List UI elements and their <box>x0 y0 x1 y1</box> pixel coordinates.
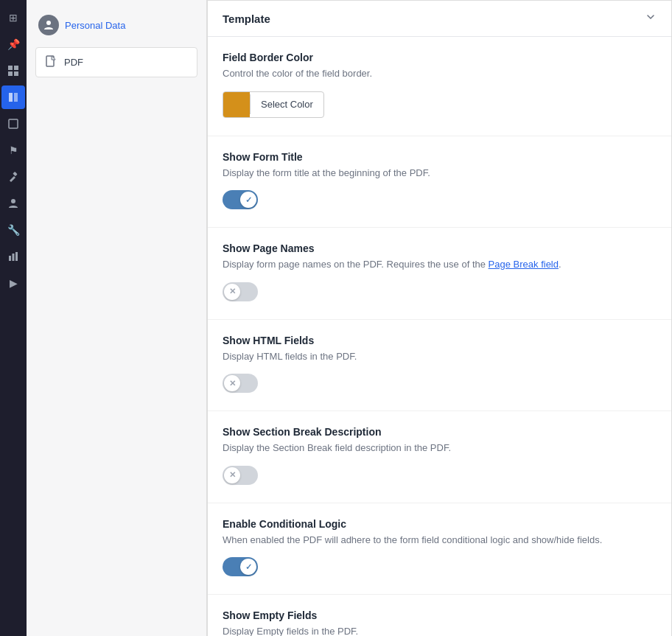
wrench-icon[interactable]: 🔧 <box>1 218 25 242</box>
chevron-down-icon <box>645 11 657 26</box>
svg-rect-7 <box>13 172 17 176</box>
show-html-fields-desc: Display HTML fields in the PDF. <box>223 349 657 364</box>
toggle-check-icon: ✓ <box>245 195 252 205</box>
show-form-title-label: Show Form Title <box>223 151 657 163</box>
template-panel: Template Field Border Color Control the … <box>207 0 672 636</box>
field-border-color-desc: Control the color of the field border. <box>223 66 657 81</box>
svg-rect-3 <box>14 71 18 76</box>
select-color-label: Select Color <box>250 94 323 114</box>
page-break-field-link[interactable]: Page Break field <box>489 259 559 270</box>
toggle-x-icon: ✕ <box>229 379 236 388</box>
pdf-label: PDF <box>64 57 83 68</box>
show-section-break-label: Show Section Break Description <box>223 426 657 438</box>
show-html-fields-section: Show HTML Fields Display HTML fields in … <box>208 320 671 412</box>
enable-conditional-logic-desc: When enabled the PDF will adhere to the … <box>223 533 657 548</box>
show-page-names-section: Show Page Names Display form page names … <box>208 228 671 320</box>
icon-bar: ⊞ 📌 ⚑ 🔧 ▶ <box>0 0 27 636</box>
show-page-names-desc: Display form page names on the PDF. Requ… <box>223 257 657 272</box>
user-icon[interactable] <box>1 192 25 215</box>
field-border-color-label: Field Border Color <box>223 52 657 63</box>
svg-rect-0 <box>8 66 13 70</box>
color-swatch <box>223 92 250 117</box>
play-icon[interactable]: ▶ <box>1 271 25 295</box>
show-section-break-section: Show Section Break Description Display t… <box>208 411 671 503</box>
enable-conditional-logic-section: Enable Conditional Logic When enabled th… <box>208 503 671 595</box>
show-page-names-label: Show Page Names <box>223 242 657 254</box>
field-border-color-section: Field Border Color Control the color of … <box>208 37 671 136</box>
forms-icon[interactable] <box>1 85 25 109</box>
enable-conditional-logic-label: Enable Conditional Logic <box>223 518 657 530</box>
svg-rect-5 <box>14 93 18 102</box>
toggle-x-icon: ✕ <box>229 287 236 296</box>
svg-rect-10 <box>13 254 15 261</box>
sidebar-personal-data-link[interactable]: Personal Data <box>65 20 125 31</box>
color-picker-button[interactable]: Select Color <box>223 91 324 118</box>
show-form-title-desc: Display the form title at the beginning … <box>223 166 657 181</box>
svg-rect-9 <box>9 256 11 261</box>
template-header[interactable]: Template <box>208 1 671 37</box>
pages-icon[interactable] <box>1 112 25 136</box>
flag-icon[interactable]: ⚑ <box>1 139 25 162</box>
chart-icon[interactable] <box>1 245 25 268</box>
show-html-fields-toggle[interactable]: ✕ <box>223 374 258 393</box>
show-form-title-toggle[interactable]: ✓ <box>223 190 258 209</box>
show-section-break-desc: Display the Section Break field descript… <box>223 441 657 455</box>
hammer-icon[interactable] <box>1 165 25 189</box>
show-empty-fields-label: Show Empty Fields <box>223 609 657 621</box>
toggle-x-icon: ✕ <box>229 470 236 480</box>
main-content: Template Field Border Color Control the … <box>207 0 672 636</box>
svg-rect-11 <box>15 252 18 261</box>
show-form-title-section: Show Form Title Display the form title a… <box>208 136 671 228</box>
dashboard-icon[interactable]: ⊞ <box>1 6 25 29</box>
show-section-break-toggle[interactable]: ✕ <box>223 466 258 485</box>
avatar <box>38 15 59 35</box>
svg-rect-1 <box>14 66 18 70</box>
blocks-icon[interactable] <box>1 59 25 83</box>
svg-rect-2 <box>8 71 13 76</box>
show-page-names-toggle[interactable]: ✕ <box>223 282 258 301</box>
show-html-fields-label: Show HTML Fields <box>223 335 657 346</box>
sidebar-header: Personal Data <box>35 9 197 41</box>
pdf-icon <box>45 55 57 69</box>
toggle-check-icon: ✓ <box>245 562 252 572</box>
pdf-nav-item[interactable]: PDF <box>35 47 197 77</box>
svg-point-12 <box>46 21 51 25</box>
svg-rect-4 <box>9 93 13 102</box>
left-sidebar: Personal Data PDF <box>27 0 207 636</box>
enable-conditional-logic-toggle[interactable]: ✓ <box>223 557 258 576</box>
show-empty-fields-section: Show Empty Fields Display Empty fields i… <box>208 595 671 636</box>
show-empty-fields-desc: Display Empty fields in the PDF. <box>223 624 657 636</box>
svg-point-8 <box>11 199 15 203</box>
pin-icon[interactable]: 📌 <box>1 32 25 56</box>
template-title: Template <box>223 13 270 25</box>
svg-rect-6 <box>9 119 18 128</box>
